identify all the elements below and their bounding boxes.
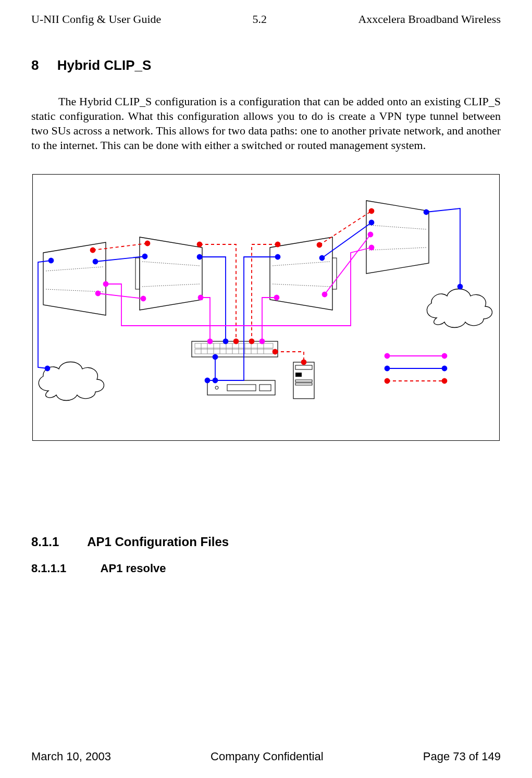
cloud-right-icon — [427, 289, 492, 327]
su-left-icon — [43, 242, 106, 315]
ap-left-icon — [135, 237, 202, 310]
cloud-left-icon — [39, 362, 104, 400]
header-left: U-NII Config & User Guide — [31, 13, 161, 26]
page-footer: March 10, 2003 Company Confidential Page… — [31, 750, 501, 763]
header-center: 5.2 — [253, 13, 267, 26]
svg-rect-30 — [295, 365, 312, 369]
svg-rect-9 — [135, 258, 140, 289]
section-8-1-1-number: 8.1.1 — [31, 535, 59, 549]
network-diagram-svg — [33, 175, 499, 440]
footer-right: Page 73 of 149 — [423, 750, 501, 763]
section-8-1-1-1-number: 8.1.1.1 — [31, 562, 66, 575]
svg-rect-10 — [332, 258, 337, 289]
section-8-1-1-title: AP1 Configuration Files — [87, 535, 229, 549]
section-8-paragraph: The Hybrid CLIP_S configuration is a con… — [31, 94, 501, 153]
section-8-1-1-1-heading: 8.1.1.1 AP1 resolve — [31, 562, 501, 575]
footer-center: Company Confidential — [211, 750, 323, 763]
section-8-heading: 8 Hybrid CLIP_S — [31, 57, 501, 73]
section-8-number: 8 — [31, 57, 39, 73]
svg-rect-25 — [207, 380, 275, 395]
svg-rect-31 — [295, 373, 302, 377]
page-header: U-NII Config & User Guide 5.2 Axxcelera … — [31, 13, 501, 26]
section-8-1-1-heading: 8.1.1 AP1 Configuration Files — [31, 535, 501, 549]
header-right: Axxcelera Broadband Wireless — [358, 13, 501, 26]
server-icon — [293, 362, 314, 399]
legend — [387, 356, 444, 381]
su-right-icon — [366, 201, 429, 274]
network-diagram — [32, 174, 500, 441]
ap-right-icon — [270, 237, 337, 310]
modem-icon — [207, 380, 275, 395]
switch-icon — [192, 341, 278, 357]
footer-left: March 10, 2003 — [31, 750, 111, 763]
section-8-title: Hybrid CLIP_S — [57, 57, 152, 73]
section-8-1-1-1-title: AP1 resolve — [101, 562, 166, 575]
